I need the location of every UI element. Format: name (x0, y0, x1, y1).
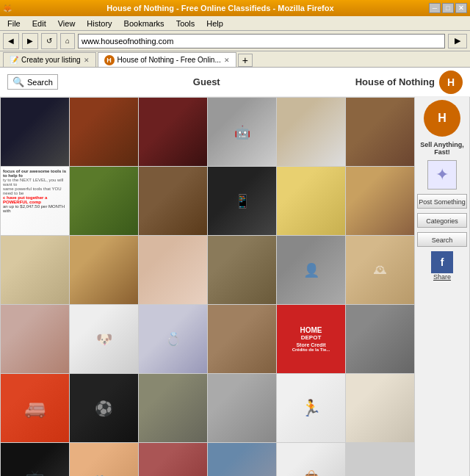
search-button[interactable]: Search (417, 232, 467, 247)
search-label: Search (27, 78, 53, 87)
back-button[interactable]: ◀ (3, 33, 19, 49)
grid-item-phone[interactable]: 📱 (208, 167, 276, 235)
header-right: House of Nothing H (355, 71, 463, 94)
tab-icon: H (104, 55, 115, 65)
window-title: House of Nothing - Free Online Classifie… (12, 4, 429, 12)
grid-item-yellow[interactable] (277, 167, 345, 235)
tab-icon: 📝 (10, 56, 18, 64)
browser-content: 🔍 Search Guest House of Nothing H (0, 68, 470, 476)
redcard-store: DEPOT (292, 334, 330, 341)
grid-item-rim[interactable] (1, 98, 69, 166)
grid-item-cleats[interactable]: ⚽ (70, 374, 138, 442)
menu-file[interactable]: File (3, 18, 25, 29)
tab-house-of-nothing[interactable]: H House of Nothing - Free Onlin... ✕ (98, 52, 236, 67)
grid-item-ring[interactable]: 💍 (139, 305, 207, 373)
content-area: 🤖 focus of our awesome tools is to help … (0, 97, 470, 476)
grid-item-bag[interactable]: 👜 (277, 443, 345, 476)
grid-item-kitchen[interactable] (277, 98, 345, 166)
image-grid: 🤖 focus of our awesome tools is to help … (0, 97, 415, 476)
grid-item-robot[interactable]: 🤖 (208, 98, 276, 166)
grid-item-van[interactable]: 🚐 (1, 374, 69, 442)
grid-item-clock[interactable]: 🕰 (346, 236, 414, 304)
categories-button[interactable]: Categories (417, 213, 467, 228)
grid-item-figure[interactable] (208, 443, 276, 476)
grid-item-person[interactable]: 👤 (277, 236, 345, 304)
grid-item-jewelry[interactable] (1, 305, 69, 373)
nav-bar: ◀ ▶ ↺ ⌂ ▶ (0, 31, 470, 51)
grid-item-tray[interactable] (346, 305, 414, 373)
minimize-button[interactable]: ─ (429, 3, 441, 13)
image-grid-wrapper: 🤖 focus of our awesome tools is to help … (0, 97, 415, 476)
menu-help[interactable]: Help (202, 18, 228, 29)
post-something-button[interactable]: Post Something (417, 194, 467, 209)
home-button[interactable]: ⌂ (60, 33, 75, 49)
tab-label: Create your listing (21, 56, 81, 64)
grid-item-tools[interactable] (139, 167, 207, 235)
page-content: 🔍 Search Guest House of Nothing H (0, 68, 470, 476)
redcard-credit: Store Credit (292, 342, 330, 347)
tab-create-listing[interactable]: 📝 Create your listing ✕ (3, 52, 96, 67)
grid-item-sculpture[interactable] (208, 374, 276, 442)
redcard-name: HOME (292, 326, 330, 334)
grid-item-machinery[interactable] (208, 236, 276, 304)
sidebar-sell-text: Sell Anything, Fast! (418, 141, 466, 156)
new-tab-button[interactable]: + (238, 54, 253, 67)
sidebar: H Sell Anything, Fast! ✦ Post Something … (415, 97, 470, 476)
search-box[interactable]: 🔍 Search (7, 74, 58, 90)
grid-item-shoes[interactable] (70, 98, 138, 166)
menu-bookmarks[interactable]: Bookmarks (120, 18, 169, 29)
forward-button[interactable]: ▶ (22, 33, 38, 49)
menu-view[interactable]: View (54, 18, 80, 29)
grid-item-sneakers[interactable]: 👟 (70, 443, 138, 476)
tab-label: House of Nothing - Free Onlin... (118, 56, 221, 64)
menu-tools[interactable]: Tools (172, 18, 200, 29)
grid-item-stripes[interactable] (346, 374, 414, 442)
sidebar-decorative-icon: ✦ (427, 160, 457, 190)
grid-item-door[interactable] (346, 98, 414, 166)
share-label[interactable]: Share (433, 273, 451, 281)
grid-item-bottles[interactable] (346, 167, 414, 235)
grid-item-ad-text[interactable]: focus of our awesome tools is to help fo… (1, 167, 69, 235)
share-facebook-icon[interactable]: f (431, 251, 453, 273)
maximize-button[interactable]: □ (442, 3, 454, 13)
grid-item-runner[interactable]: 🏃 (277, 374, 345, 442)
grid-item-jug[interactable] (208, 305, 276, 373)
grid-item-dress[interactable] (1, 236, 69, 304)
grid-item-woman[interactable] (139, 236, 207, 304)
tab-close-button[interactable]: ✕ (84, 57, 90, 64)
grid-item-plant[interactable] (70, 167, 138, 235)
grid-item-table[interactable] (70, 236, 138, 304)
grid-item-heels[interactable] (139, 98, 207, 166)
header-logo: H (439, 71, 463, 94)
address-bar[interactable] (78, 34, 445, 48)
menu-edit[interactable]: Edit (28, 18, 51, 29)
grid-item-cushion[interactable] (139, 443, 207, 476)
refresh-button[interactable]: ↺ (41, 33, 57, 49)
grid-item-bottles2[interactable] (139, 374, 207, 442)
page-header: 🔍 Search Guest House of Nothing H (0, 68, 470, 97)
grid-item-redcard[interactable]: HOME DEPOT Store Credit Crédito de la Ti… (277, 305, 345, 373)
redcard-credito: Crédito de la Tie... (292, 347, 330, 352)
search-icon: 🔍 (12, 76, 24, 87)
title-bar: 🦊 House of Nothing - Free Online Classif… (0, 0, 470, 16)
guest-label: Guest (193, 76, 220, 87)
window-controls[interactable]: ─ □ ✕ (429, 3, 467, 13)
grid-item-tv[interactable]: 📺 (1, 443, 69, 476)
grid-item-dog[interactable]: 🐶 (70, 305, 138, 373)
site-name: House of Nothing (355, 76, 435, 87)
tab-close-button[interactable]: ✕ (224, 57, 230, 64)
share-section: f Share (431, 251, 453, 281)
menu-bar: File Edit View History Bookmarks Tools H… (0, 16, 470, 31)
tab-bar: 📝 Create your listing ✕ H House of Nothi… (0, 51, 470, 68)
menu-history[interactable]: History (82, 18, 116, 29)
close-button[interactable]: ✕ (455, 3, 467, 13)
sidebar-logo: H (424, 100, 460, 137)
go-button[interactable]: ▶ (448, 34, 467, 48)
